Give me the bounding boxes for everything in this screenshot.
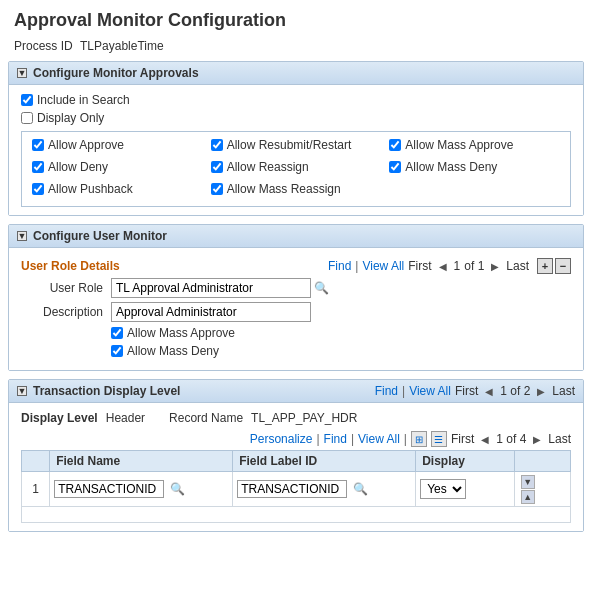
user-role-field-label: User Role	[21, 281, 111, 295]
collapse-user-icon[interactable]: ▼	[17, 231, 27, 241]
view-all-link-user[interactable]: View All	[362, 259, 404, 273]
configure-user-header: ▼ Configure User Monitor	[9, 225, 583, 248]
allow-approve-row: Allow Approve	[32, 138, 203, 152]
field-name-lookup-icon[interactable]: 🔍	[170, 482, 185, 496]
prev-arrow-transaction[interactable]: ◀	[482, 384, 496, 398]
include-in-search-label: Include in Search	[37, 93, 130, 107]
row-num-cell: 1	[22, 472, 50, 507]
allow-approve-label: Allow Approve	[48, 138, 124, 152]
process-id-label: Process ID	[14, 39, 73, 53]
description-field-row: Description	[21, 302, 571, 322]
description-input[interactable]	[111, 302, 311, 322]
view-all-link-transaction[interactable]: View All	[409, 384, 451, 398]
transaction-display-body: Display Level Header Record Name TL_APP_…	[9, 403, 583, 531]
field-name-cell: 🔍	[50, 472, 233, 507]
allow-mass-approve-checkbox[interactable]	[389, 139, 401, 151]
transaction-display-section: ▼ Transaction Display Level Find | View …	[8, 379, 584, 532]
view-all-link-table[interactable]: View All	[358, 432, 400, 446]
field-label-lookup-icon[interactable]: 🔍	[353, 482, 368, 496]
last-label-user: Last	[506, 259, 529, 273]
display-level-label: Display Level	[21, 411, 98, 425]
include-in-search-checkbox[interactable]	[21, 94, 33, 106]
user-role-details-title: User Role Details	[21, 259, 120, 273]
user-allow-mass-approve-checkbox[interactable]	[111, 327, 123, 339]
allow-deny-label: Allow Deny	[48, 160, 108, 174]
user-allow-mass-approve-label: Allow Mass Approve	[127, 326, 235, 340]
user-role-field-row: User Role 🔍	[21, 278, 571, 298]
display-level-info: Display Level Header Record Name TL_APP_…	[21, 411, 357, 425]
allow-reassign-checkbox[interactable]	[211, 161, 223, 173]
sort-down-icon[interactable]: ▼	[521, 475, 535, 489]
next-arrow-user[interactable]: ▶	[488, 259, 502, 273]
list-view-icon[interactable]: ☰	[431, 431, 447, 447]
last-label-table: Last	[548, 432, 571, 446]
allow-approve-checkbox[interactable]	[32, 139, 44, 151]
collapse-monitor-icon[interactable]: ▼	[17, 68, 27, 78]
allow-resubmit-label: Allow Resubmit/Restart	[227, 138, 352, 152]
allow-mass-deny-label: Allow Mass Deny	[405, 160, 497, 174]
allow-pushback-checkbox[interactable]	[32, 183, 44, 195]
page-title: Approval Monitor Configuration	[0, 0, 592, 37]
of-text-transaction: 1 of 2	[500, 384, 530, 398]
include-in-search-row: Include in Search	[21, 93, 571, 107]
header-value: Header	[106, 411, 145, 425]
record-name-label: Record Name	[169, 411, 243, 425]
configure-monitor-header: ▼ Configure Monitor Approvals	[9, 62, 583, 85]
display-only-checkbox[interactable]	[21, 112, 33, 124]
page-num-user: 1	[454, 259, 461, 273]
allow-mass-reassign-label: Allow Mass Reassign	[227, 182, 341, 196]
process-id-value: TLPayableTime	[80, 39, 164, 53]
display-level-info-row: Display Level Header Record Name TL_APP_…	[21, 411, 571, 425]
user-role-lookup-icon[interactable]: 🔍	[314, 281, 329, 295]
allow-mass-reassign-row: Allow Mass Reassign	[211, 182, 382, 196]
prev-arrow-user[interactable]: ◀	[436, 259, 450, 273]
allow-mass-reassign-checkbox[interactable]	[211, 183, 223, 195]
allow-deny-checkbox[interactable]	[32, 161, 44, 173]
first-label-transaction: First	[455, 384, 478, 398]
display-only-label: Display Only	[37, 111, 104, 125]
next-arrow-table[interactable]: ▶	[530, 432, 544, 446]
transaction-display-title: Transaction Display Level	[33, 384, 180, 398]
allow-resubmit-checkbox[interactable]	[211, 139, 223, 151]
configure-monitor-body: Include in Search Display Only Allow App…	[9, 85, 583, 215]
prev-arrow-table[interactable]: ◀	[478, 432, 492, 446]
collapse-transaction-icon[interactable]: ▼	[17, 386, 27, 396]
find-link-transaction[interactable]: Find	[375, 384, 398, 398]
find-link-table[interactable]: Find	[324, 432, 347, 446]
transaction-display-header: ▼ Transaction Display Level Find | View …	[9, 380, 583, 403]
col-sort-header	[514, 451, 570, 472]
col-field-label-header: Field Label ID	[233, 451, 416, 472]
field-label-input[interactable]	[237, 480, 347, 498]
field-label-cell: 🔍	[233, 472, 416, 507]
user-role-input[interactable]	[111, 278, 311, 298]
allow-pushback-row: Allow Pushback	[32, 182, 203, 196]
configure-monitor-section: ▼ Configure Monitor Approvals Include in…	[8, 61, 584, 216]
process-id-row: Process ID TLPayableTime	[0, 37, 592, 61]
remove-row-button[interactable]: −	[555, 258, 571, 274]
allow-mass-deny-checkbox[interactable]	[389, 161, 401, 173]
display-only-row: Display Only	[21, 111, 571, 125]
of-text-table: 1 of 4	[496, 432, 526, 446]
grid-view-icon[interactable]: ⊞	[411, 431, 427, 447]
sort-cell: ▼ ▲	[514, 472, 570, 507]
field-name-input[interactable]	[54, 480, 164, 498]
sort-up-icon[interactable]: ▲	[521, 490, 535, 504]
allow-deny-row: Allow Deny	[32, 160, 203, 174]
user-role-nav: Find | View All First ◀ 1 of 1 ▶ Last + …	[328, 258, 571, 274]
user-allow-mass-deny-label: Allow Mass Deny	[127, 344, 219, 358]
transaction-nav: Find | View All First ◀ 1 of 2 ▶ Last	[375, 384, 575, 398]
display-select[interactable]: Yes No	[420, 479, 466, 499]
personalize-link[interactable]: Personalize	[250, 432, 313, 446]
configure-user-title: Configure User Monitor	[33, 229, 167, 243]
user-allow-mass-approve-row: Allow Mass Approve	[111, 326, 571, 340]
find-link-user[interactable]: Find	[328, 259, 351, 273]
allow-mass-deny-row: Allow Mass Deny	[389, 160, 560, 174]
configure-user-body: User Role Details Find | View All First …	[9, 248, 583, 370]
configure-monitor-title: Configure Monitor Approvals	[33, 66, 199, 80]
add-row-button[interactable]: +	[537, 258, 553, 274]
user-allow-mass-deny-checkbox[interactable]	[111, 345, 123, 357]
first-label-user: First	[408, 259, 431, 273]
last-label-transaction: Last	[552, 384, 575, 398]
checkboxes-grid: Allow Approve Allow Resubmit/Restart All…	[21, 131, 571, 207]
next-arrow-transaction[interactable]: ▶	[534, 384, 548, 398]
